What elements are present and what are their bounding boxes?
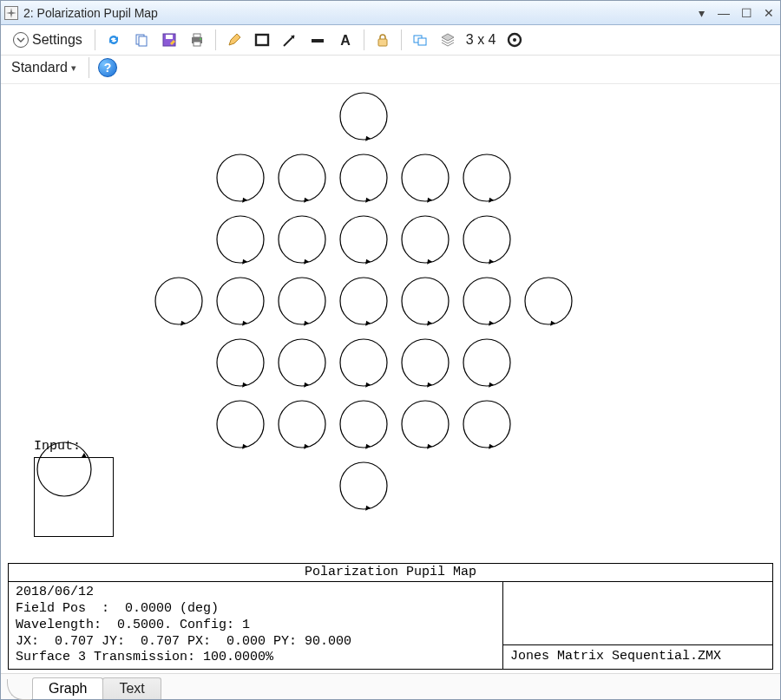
- polarization-circle: [340, 93, 387, 141]
- polarization-circle: [279, 216, 325, 265]
- text-tool-button[interactable]: A: [334, 29, 357, 51]
- svg-point-23: [217, 216, 264, 263]
- toolbar-row2: Standard ▾ ?: [1, 56, 780, 84]
- polarization-circle: [340, 401, 387, 449]
- svg-point-35: [217, 339, 264, 386]
- svg-point-43: [402, 401, 449, 448]
- print-button[interactable]: [186, 29, 208, 51]
- svg-point-20: [340, 154, 387, 201]
- polarization-circle: [402, 339, 449, 388]
- target-button[interactable]: [503, 29, 526, 51]
- polarization-circle: [463, 154, 510, 203]
- svg-rect-3: [166, 35, 173, 39]
- svg-point-36: [279, 339, 325, 386]
- svg-point-46: [37, 442, 91, 496]
- svg-point-38: [402, 339, 449, 386]
- arrow-tool-button[interactable]: [279, 29, 301, 51]
- svg-point-34: [525, 278, 572, 324]
- chevron-down-icon: [13, 32, 29, 48]
- svg-point-21: [402, 154, 449, 201]
- svg-rect-14: [418, 38, 426, 45]
- caret-down-icon: ▾: [71, 62, 76, 74]
- dropdown-icon[interactable]: ▾: [693, 6, 709, 20]
- polarization-circle: [340, 462, 387, 511]
- svg-point-30: [279, 278, 325, 324]
- line-weight-button[interactable]: [306, 29, 329, 51]
- svg-point-19: [279, 154, 325, 201]
- app-icon: [4, 6, 18, 20]
- tab-graph[interactable]: Graph: [32, 677, 103, 699]
- standard-dropdown[interactable]: Standard ▾: [8, 60, 80, 75]
- polarization-circle: [279, 401, 325, 449]
- polarization-circle: [402, 278, 449, 326]
- svg-point-42: [340, 401, 387, 448]
- app-window: 2: Polarization Pupil Map ▾ — ☐ ✕ Settin…: [0, 0, 781, 700]
- plot-area: Input:: [8, 88, 773, 561]
- polarization-circle: [217, 216, 264, 265]
- svg-point-33: [463, 278, 510, 324]
- input-circle-icon: [34, 439, 95, 500]
- svg-point-27: [463, 216, 510, 263]
- svg-point-31: [340, 278, 387, 324]
- close-button[interactable]: ✕: [761, 6, 777, 20]
- help-button[interactable]: ?: [98, 58, 117, 77]
- polarization-circle: [279, 154, 325, 203]
- svg-point-32: [402, 278, 449, 324]
- toolbar: Settings A: [1, 25, 780, 56]
- rectangle-tool-button[interactable]: [251, 29, 273, 51]
- svg-point-25: [340, 216, 387, 263]
- polarization-circle: [463, 401, 510, 449]
- polarization-circle: [217, 278, 264, 326]
- layers-button[interactable]: [436, 29, 459, 51]
- svg-point-39: [463, 339, 510, 386]
- svg-rect-8: [256, 35, 268, 45]
- minimize-button[interactable]: —: [716, 6, 732, 20]
- polarization-circle: [340, 216, 387, 265]
- save-button[interactable]: [158, 29, 180, 51]
- windows-button[interactable]: [409, 29, 431, 51]
- polarization-plot: [8, 88, 771, 521]
- svg-point-28: [155, 278, 202, 324]
- polarization-circle: [525, 278, 572, 326]
- separator: [401, 29, 402, 50]
- svg-point-17: [340, 93, 387, 140]
- polarization-circle: [340, 278, 387, 326]
- polarization-circle: [463, 339, 510, 388]
- copy-button[interactable]: [130, 29, 153, 51]
- tab-curve: [7, 679, 31, 700]
- refresh-button[interactable]: [102, 29, 125, 51]
- info-filename: Jones Matrix Sequential.ZMX: [503, 645, 772, 669]
- separator: [215, 29, 216, 50]
- settings-label: Settings: [32, 32, 82, 48]
- svg-point-24: [279, 216, 325, 263]
- pencil-button[interactable]: [223, 29, 246, 51]
- input-legend-box: [34, 457, 114, 537]
- polarization-circle: [279, 278, 325, 326]
- info-right-empty: [503, 582, 772, 645]
- lock-button[interactable]: [371, 29, 394, 51]
- maximize-button[interactable]: ☐: [738, 6, 754, 20]
- svg-rect-6: [194, 42, 200, 46]
- svg-point-45: [340, 462, 387, 509]
- svg-point-44: [463, 401, 510, 448]
- separator: [95, 29, 95, 50]
- polarization-circle: [340, 154, 387, 203]
- svg-point-41: [279, 401, 325, 448]
- polarization-circle: [340, 339, 387, 388]
- info-table: Polarization Pupil Map 2018/06/12 Field …: [8, 563, 773, 671]
- svg-point-29: [217, 278, 264, 324]
- info-left-block: 2018/06/12 Field Pos : 0.0000 (deg) Wave…: [9, 582, 503, 669]
- tabs: Graph Text: [1, 673, 780, 699]
- svg-point-22: [463, 154, 510, 201]
- svg-rect-10: [312, 39, 324, 43]
- tab-text[interactable]: Text: [102, 677, 161, 699]
- svg-rect-12: [378, 39, 387, 46]
- svg-point-40: [217, 401, 264, 448]
- grid-size-label[interactable]: 3 x 4: [464, 32, 498, 48]
- svg-point-26: [402, 216, 449, 263]
- separator: [89, 57, 89, 78]
- input-legend: Input:: [34, 439, 114, 537]
- svg-point-37: [340, 339, 387, 386]
- settings-button[interactable]: Settings: [8, 30, 88, 49]
- polarization-circle: [402, 216, 449, 265]
